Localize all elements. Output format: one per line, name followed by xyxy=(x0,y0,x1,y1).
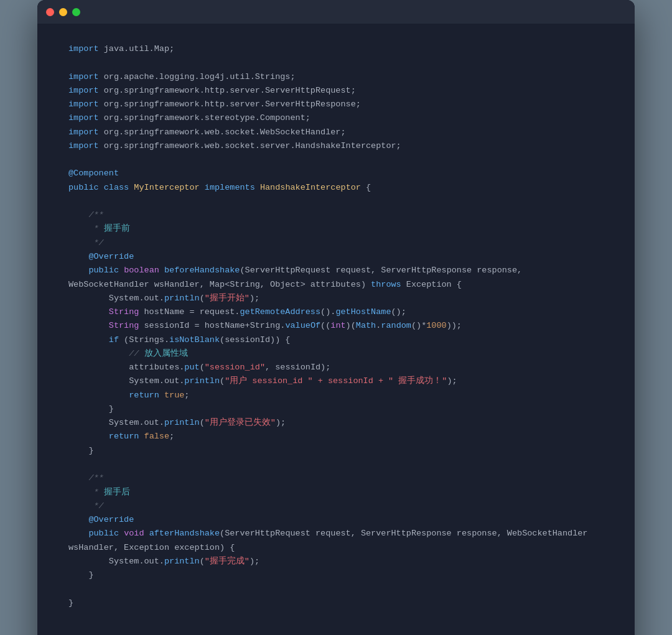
code-line: } xyxy=(68,444,604,458)
minimize-button[interactable] xyxy=(59,8,67,16)
code-line: System.out.println("用户登录已失效"); xyxy=(68,416,604,430)
code-line: if (Strings.isNotBlank(sessionId)) { xyxy=(68,333,604,347)
titlebar xyxy=(37,0,635,24)
code-line: String hostName = request.getRemoteAddre… xyxy=(68,305,604,319)
code-line: /** xyxy=(68,208,604,222)
code-line: public boolean beforeHandshake(ServerHtt… xyxy=(68,264,604,277)
code-line xyxy=(68,195,604,208)
code-line xyxy=(68,56,604,70)
code-line: String sessionId = hostName+String.value… xyxy=(68,319,604,333)
code-line: // 放入属性域 xyxy=(68,347,604,361)
code-line: import org.springframework.web.socket.se… xyxy=(68,139,604,153)
code-line: } xyxy=(68,402,604,416)
code-line: import org.apache.logging.log4j.util.Str… xyxy=(68,70,604,84)
code-line: attributes.put("session_id", sessionId); xyxy=(68,361,604,374)
code-line: */ xyxy=(68,499,604,513)
code-line: @Override xyxy=(68,250,604,264)
code-line: return true; xyxy=(68,389,604,402)
close-button[interactable] xyxy=(46,8,54,16)
code-line: import org.springframework.web.socket.We… xyxy=(68,126,604,139)
code-line: System.out.println("握手开始"); xyxy=(68,292,604,305)
code-line xyxy=(68,582,604,596)
code-line: @Override xyxy=(68,513,604,527)
editor-window: import java.util.Map; import org.apache.… xyxy=(37,0,635,635)
code-line: System.out.println("握手完成"); xyxy=(68,555,604,568)
code-line: public void afterHandshake(ServerHttpReq… xyxy=(68,527,604,540)
maximize-button[interactable] xyxy=(72,8,80,16)
code-editor: import java.util.Map; import org.apache.… xyxy=(37,24,635,635)
code-line: WebSocketHandler wsHandler, Map<String, … xyxy=(68,278,604,292)
code-line: } xyxy=(68,568,604,582)
code-line: public class MyInterceptor implements Ha… xyxy=(68,181,604,195)
code-line xyxy=(68,153,604,167)
code-line: * 握手后 xyxy=(68,486,604,499)
code-line: @Component xyxy=(68,167,604,180)
code-line: */ xyxy=(68,236,604,250)
code-line: import org.springframework.http.server.S… xyxy=(68,84,604,98)
code-line: import java.util.Map; xyxy=(68,42,604,56)
code-line: * 握手前 xyxy=(68,222,604,236)
code-line: return false; xyxy=(68,430,604,443)
code-line: /** xyxy=(68,471,604,485)
code-line: } xyxy=(68,596,604,610)
code-line: wsHandler, Exception exception) { xyxy=(68,541,604,555)
code-line xyxy=(68,458,604,471)
code-line: System.out.println("用户 session_id " + se… xyxy=(68,374,604,388)
code-line: import org.springframework.http.server.S… xyxy=(68,98,604,111)
code-line: import org.springframework.stereotype.Co… xyxy=(68,111,604,125)
